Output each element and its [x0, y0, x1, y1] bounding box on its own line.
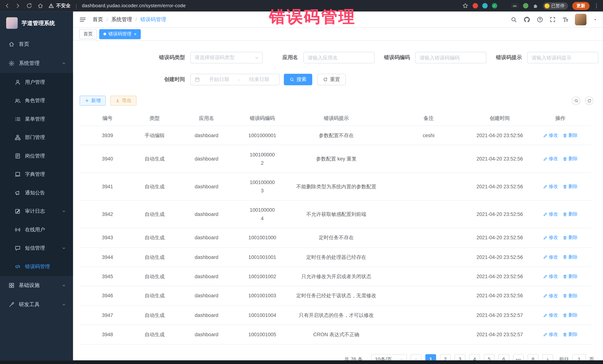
github-icon[interactable]	[523, 16, 530, 23]
update-button[interactable]: 更新	[572, 2, 590, 10]
end-date-placeholder[interactable]: 结束日期	[243, 76, 275, 83]
delete-link[interactable]: 删除	[563, 211, 578, 217]
refresh-table-button[interactable]	[585, 96, 593, 105]
cell-time: 2021-04-20 23:52:56	[470, 150, 530, 168]
cell-app: dashboard	[174, 205, 239, 224]
tab-home[interactable]: 首页	[79, 29, 97, 39]
page-button-3[interactable]: 3	[454, 354, 465, 360]
delete-link[interactable]: 删除	[563, 156, 578, 162]
start-date-placeholder[interactable]: 开始日期	[203, 76, 235, 83]
delete-link[interactable]: 删除	[563, 293, 578, 299]
sidebar-item-notice[interactable]: 通知公告	[0, 184, 73, 202]
edit-link[interactable]: 修改	[543, 293, 558, 299]
delete-link[interactable]: 删除	[563, 331, 578, 338]
table-body: 3939 手动编辑 dashboard 1001000001 参数配置不存在 c…	[80, 126, 591, 344]
collapse-sidebar-icon[interactable]	[79, 16, 86, 23]
sidebar-item-user-management[interactable]: 用户管理	[0, 73, 73, 91]
add-button[interactable]: 新增	[80, 96, 106, 106]
extensions-puzzle-icon[interactable]	[533, 3, 539, 9]
error-type-select[interactable]: 请选择错误码类型	[190, 52, 263, 63]
edit-link[interactable]: 修改	[543, 254, 558, 260]
cell-id: 3941	[80, 177, 135, 196]
delete-link[interactable]: 删除	[563, 183, 578, 190]
edit-link[interactable]: 修改	[543, 211, 558, 217]
sidebar-item-audit-log[interactable]: 审计日志	[0, 202, 73, 220]
sidebar-item-dict-management[interactable]: 字典管理	[0, 165, 73, 184]
delete-link[interactable]: 删除	[563, 254, 578, 260]
edit-link[interactable]: 修改	[543, 312, 558, 318]
browser-menu-icon[interactable]: ⋮	[594, 3, 599, 9]
browser-home-icon[interactable]	[37, 3, 43, 9]
caret-down-icon[interactable]	[593, 17, 598, 22]
delete-link[interactable]: 删除	[563, 273, 578, 280]
export-button[interactable]: 导出	[110, 96, 137, 106]
recording-extension-icon[interactable]	[472, 3, 478, 9]
font-size-icon[interactable]	[562, 16, 568, 22]
close-tab-icon[interactable]: ×	[134, 32, 137, 36]
user-avatar[interactable]	[575, 14, 587, 25]
page-button-1[interactable]: 1	[425, 354, 436, 360]
back-icon[interactable]	[4, 3, 10, 9]
edit-link[interactable]: 修改	[543, 331, 558, 338]
sidebar-item-error-code-management[interactable]: 错误码管理	[0, 257, 73, 276]
help-icon[interactable]	[537, 16, 543, 22]
cell-time: 2021-04-20 23:52:57	[470, 306, 530, 325]
tab-error-code[interactable]: 错误码管理 ×	[99, 29, 141, 39]
error-hint-input[interactable]	[527, 52, 598, 63]
cell-app: dashboard	[174, 177, 239, 196]
next-page-button[interactable]	[542, 354, 553, 360]
edit-link[interactable]: 修改	[543, 183, 558, 190]
prev-page-button[interactable]	[411, 354, 422, 360]
sidebar-item-post-management[interactable]: 岗位管理	[0, 147, 73, 165]
filter-type-label: 错误码类型	[158, 54, 185, 61]
sidebar-item-role-management[interactable]: 角色管理	[0, 91, 73, 110]
toggle-search-button[interactable]	[572, 96, 580, 105]
sidebar-item-infrastructure[interactable]: 基础设施	[0, 276, 73, 295]
app-name-input[interactable]	[303, 52, 374, 63]
edit-link[interactable]: 修改	[543, 234, 558, 241]
page-button-2[interactable]: 2	[440, 354, 451, 360]
on-extension-icon[interactable]: on	[511, 3, 519, 9]
bookmark-star-icon[interactable]	[462, 3, 468, 9]
security-indicator[interactable]: 不安全	[48, 2, 70, 9]
sidebar-item-sms-management[interactable]: 短信管理	[0, 239, 73, 257]
breadcrumb-system[interactable]: 系统管理	[111, 16, 132, 23]
edit-link[interactable]: 修改	[543, 273, 558, 280]
paused-badge[interactable]: 已暂停	[543, 2, 568, 9]
chevron-down-icon	[62, 209, 66, 214]
grid-extension-icon[interactable]	[501, 3, 507, 9]
page-size-select[interactable]: 10条/页	[371, 354, 407, 360]
sidebar-item-online-users[interactable]: 在线用户	[0, 221, 73, 239]
page-button-8[interactable]: 8	[528, 354, 538, 360]
sidebar-item-system-management[interactable]: 系统管理	[0, 54, 73, 73]
search-icon[interactable]	[511, 16, 517, 22]
goto-page-input[interactable]	[572, 354, 586, 360]
reload-icon[interactable]	[26, 3, 32, 9]
page-button-6[interactable]: 6	[498, 354, 509, 360]
search-button[interactable]: 搜索	[284, 74, 312, 85]
sidebar-item-dept-management[interactable]: 部门管理	[0, 128, 73, 147]
chevron-down-icon	[399, 357, 404, 360]
delete-link[interactable]: 删除	[563, 132, 578, 139]
page-button-5[interactable]: 5	[484, 354, 494, 360]
error-code-input[interactable]	[416, 52, 487, 63]
edit-link[interactable]: 修改	[543, 132, 558, 139]
filter-type: 错误码类型 请选择错误码类型	[158, 52, 263, 63]
sidebar-item-dashboard[interactable]: 首页	[0, 35, 73, 54]
drop-extension-icon[interactable]	[482, 3, 487, 9]
check-extension-icon[interactable]: ✓	[492, 3, 497, 9]
more-pages-button[interactable]: •••	[513, 354, 524, 360]
fullscreen-icon[interactable]	[550, 16, 556, 22]
forward-icon[interactable]	[15, 3, 21, 9]
date-range-picker[interactable]: 开始日期 - 结束日期	[190, 74, 280, 85]
cell-code: 1001000004	[239, 200, 285, 228]
edit-link[interactable]: 修改	[543, 156, 558, 162]
reset-button[interactable]: 重置	[317, 74, 346, 85]
breadcrumb-home[interactable]: 首页	[93, 16, 103, 23]
sidebar-item-menu-management[interactable]: 菜单管理	[0, 110, 73, 128]
delete-link[interactable]: 删除	[563, 312, 578, 318]
page-button-4[interactable]: 4	[469, 354, 480, 360]
leaf-extension-icon[interactable]	[523, 3, 528, 9]
delete-link[interactable]: 删除	[563, 234, 578, 241]
sidebar-item-dev-tools[interactable]: 研发工具	[0, 295, 73, 314]
